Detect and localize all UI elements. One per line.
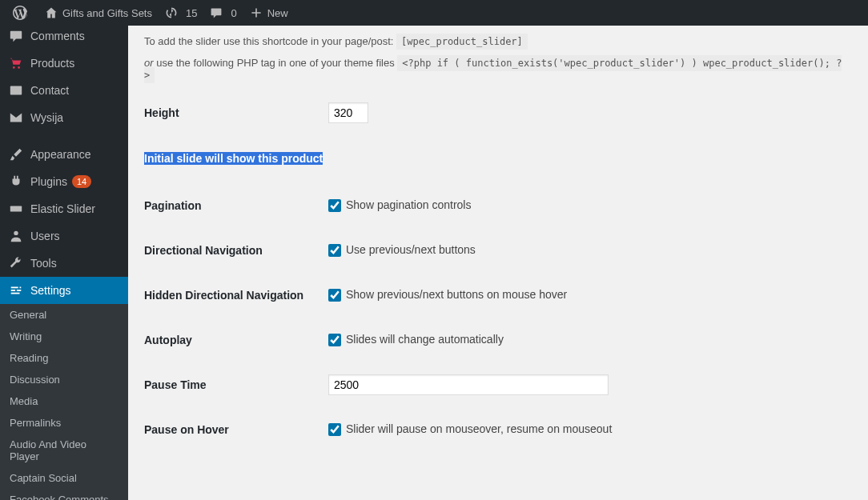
hidden-dirnav-option[interactable]: Show previous/next buttons on mouse hove… xyxy=(328,288,567,301)
site-name-link[interactable]: Gifts and Gifts Sets xyxy=(38,0,159,26)
settings-form: Height Initial slide will show this prod… xyxy=(144,90,852,452)
cart-icon xyxy=(8,56,24,70)
main-content: To add the slider use this shortcode in … xyxy=(128,26,868,500)
mail-icon xyxy=(8,110,24,125)
dirnav-desc: Use previous/next buttons xyxy=(346,243,476,256)
shortcode-code: [wpec_product_slider] xyxy=(396,34,528,50)
admin-toolbar: Gifts and Gifts Sets 15 0 New xyxy=(0,0,868,26)
autoplay-checkbox[interactable] xyxy=(328,334,341,346)
autoplay-option[interactable]: Slides will change automatically xyxy=(328,333,504,346)
submenu-writing[interactable]: Writing xyxy=(0,326,128,347)
dirnav-label: Directional Navigation xyxy=(144,228,320,273)
svg-rect-2 xyxy=(10,86,22,95)
submenu-captain-social[interactable]: Captain Social xyxy=(0,467,128,489)
site-title: Gifts and Gifts Sets xyxy=(62,7,152,19)
autoplay-label: Autoplay xyxy=(144,318,320,362)
pause-hover-checkbox[interactable] xyxy=(328,423,341,436)
shortcode-note: To add the slider use this shortcode in … xyxy=(144,35,852,47)
submenu-discussion[interactable]: Discussion xyxy=(0,369,128,390)
sidebar-item-label: Tools xyxy=(30,257,57,270)
wrench-icon xyxy=(8,256,24,270)
new-label: New xyxy=(267,7,288,19)
sidebar-item-products[interactable]: Products xyxy=(0,50,128,77)
wordpress-icon xyxy=(13,6,27,20)
comment-icon xyxy=(210,6,223,19)
hidden-dirnav-checkbox[interactable] xyxy=(328,289,341,302)
sidebar-item-label: Products xyxy=(30,57,74,70)
sidebar-item-label: Wysija xyxy=(30,111,63,124)
updates-link[interactable]: 15 xyxy=(159,0,203,26)
svg-point-4 xyxy=(14,231,18,235)
svg-rect-6 xyxy=(20,287,22,289)
pause-time-input[interactable] xyxy=(328,374,609,395)
sidebar-item-appearance[interactable]: Appearance xyxy=(0,141,128,168)
submenu-facebook-comments[interactable]: Facebook Comments xyxy=(0,489,128,500)
submenu-media[interactable]: Media xyxy=(0,390,128,412)
pause-time-label: Pause Time xyxy=(144,362,320,407)
plus-icon xyxy=(250,6,263,19)
pause-hover-desc: Slider will pause on mouseover, resume o… xyxy=(346,422,612,435)
sidebar-item-tools[interactable]: Tools xyxy=(0,250,128,277)
sidebar-item-label: Appearance xyxy=(30,148,91,161)
php-prefix: use the following PHP tag in one of your… xyxy=(154,57,398,69)
sidebar-item-settings[interactable]: Settings xyxy=(0,277,128,304)
php-note: or use the following PHP tag in one of y… xyxy=(144,57,852,81)
id-icon xyxy=(8,83,24,98)
user-icon xyxy=(8,229,24,243)
submenu-permalinks[interactable]: Permalinks xyxy=(0,412,128,434)
new-content-link[interactable]: New xyxy=(243,0,295,26)
svg-rect-7 xyxy=(11,290,15,291)
admin-sidebar: Comments Products Contact Wysija Appeara… xyxy=(0,26,128,500)
brush-icon xyxy=(8,147,24,162)
autoplay-desc: Slides will change automatically xyxy=(346,333,504,346)
submenu-av-player[interactable]: Audio And Video Player xyxy=(0,434,128,467)
svg-rect-8 xyxy=(17,290,21,291)
home-icon xyxy=(45,6,58,19)
gear-icon xyxy=(8,283,24,298)
pagination-checkbox[interactable] xyxy=(328,199,341,212)
update-icon xyxy=(165,6,178,19)
sidebar-item-plugins[interactable]: Plugins 14 xyxy=(0,168,128,195)
plugins-badge: 14 xyxy=(72,175,91,188)
dirnav-checkbox[interactable] xyxy=(328,244,341,257)
slider-icon xyxy=(8,202,24,216)
svg-point-1 xyxy=(18,66,20,69)
comments-link[interactable]: 0 xyxy=(203,0,243,26)
settings-submenu: General Writing Reading Discussion Media… xyxy=(0,304,128,500)
svg-rect-3 xyxy=(10,206,22,211)
sidebar-item-label: Settings xyxy=(30,284,71,297)
wp-logo[interactable] xyxy=(6,0,38,26)
submenu-general[interactable]: General xyxy=(0,304,128,326)
pause-hover-label: Pause on Hover xyxy=(144,407,320,452)
initial-slide-label: Initial slide will show this product xyxy=(144,152,323,165)
svg-rect-5 xyxy=(11,287,18,289)
svg-point-0 xyxy=(13,66,15,69)
sidebar-item-contact[interactable]: Contact xyxy=(0,77,128,104)
sidebar-item-label: Plugins xyxy=(30,175,67,188)
sidebar-item-label: Elastic Slider xyxy=(30,202,95,215)
pagination-option[interactable]: Show pagination controls xyxy=(328,198,471,211)
hidden-dirnav-label: Hidden Directional Navigation xyxy=(144,273,320,318)
sidebar-item-comments[interactable]: Comments xyxy=(0,26,128,50)
sidebar-item-users[interactable]: Users xyxy=(0,222,128,250)
shortcode-prefix: To add the slider use this shortcode in … xyxy=(144,35,396,47)
sidebar-item-wysija[interactable]: Wysija xyxy=(0,104,128,131)
height-input[interactable] xyxy=(328,102,368,123)
pagination-label: Pagination xyxy=(144,183,320,228)
plug-icon xyxy=(8,174,24,189)
updates-count: 15 xyxy=(186,7,197,19)
comments-count: 0 xyxy=(231,7,236,19)
sidebar-item-elastic-slider[interactable]: Elastic Slider xyxy=(0,195,128,222)
dirnav-option[interactable]: Use previous/next buttons xyxy=(328,243,476,256)
sidebar-item-label: Contact xyxy=(30,84,69,97)
sidebar-item-label: Comments xyxy=(30,30,85,42)
hidden-dirnav-desc: Show previous/next buttons on mouse hove… xyxy=(346,288,567,301)
svg-rect-9 xyxy=(11,293,20,294)
pagination-desc: Show pagination controls xyxy=(346,198,471,211)
sidebar-item-label: Users xyxy=(30,230,60,242)
submenu-reading[interactable]: Reading xyxy=(0,347,128,369)
height-label: Height xyxy=(144,90,320,135)
pause-hover-option[interactable]: Slider will pause on mouseover, resume o… xyxy=(328,422,612,435)
comments-icon xyxy=(8,29,24,43)
